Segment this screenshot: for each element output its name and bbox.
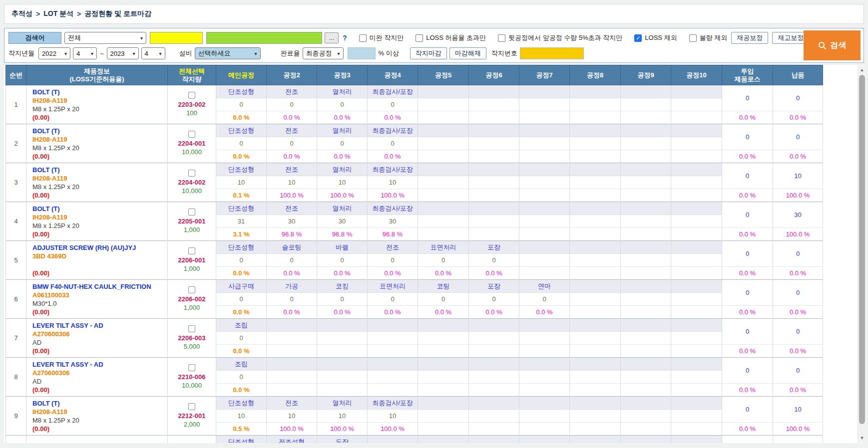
product-info-cell: BOLT (T)IH208-A119M8 x 1.25P x 20(0.00) [26,163,168,202]
process-qty-cell [671,293,722,306]
row-select-checkbox[interactable] [188,209,195,216]
process-qty-cell [418,332,469,345]
product-name[interactable]: LEVER TILT ASSY - AD [32,321,164,330]
process-qty-cell: 30 [368,215,418,228]
help-icon[interactable]: ? [343,34,347,42]
workorder-unclose-button[interactable]: 마감해제 [449,47,486,59]
delivery-pct: 0.0 % [773,306,823,319]
filter-checkbox-item-2[interactable]: 뒷공정에서 앞공정 수량 5%초과 작지만 [498,33,622,42]
process-pct-cell [570,228,621,241]
row-select-checkbox[interactable] [188,325,195,332]
process-qty-cell [267,332,317,345]
row-select-checkbox[interactable] [188,403,195,410]
year-to-select[interactable]: 2023▾ [107,47,139,59]
row-select-checkbox[interactable] [188,286,195,293]
product-loss-allowance: (0.00) [32,425,164,433]
month-from-select[interactable]: 4▾ [73,47,97,59]
process-pct-cell [621,189,671,202]
search-type-select[interactable]: 전체 ▾ [64,32,146,44]
product-info-cell: BOLT (T)IH208-A119M8 x 1.25P x 20(0.00) [26,124,168,163]
select-lot-cell: 2206-0021,000 [168,280,216,319]
wip-adjust-button[interactable]: 재공보정 [731,32,768,44]
process-name-cell [671,241,722,254]
process-name-cell [570,280,621,293]
row-select-checkbox[interactable] [188,92,195,99]
process-pct-cell [317,384,368,397]
process-name-cell: 열처리 [317,124,368,137]
header-process-9: 공정9 [621,65,671,85]
process-pct-cell [469,345,519,358]
workorder-lot-no: 2205-001 [168,217,216,225]
process-name-cell: 포장 [469,280,519,293]
workorder-qty: 1,000 [168,225,216,234]
search-input-code[interactable] [150,32,203,44]
process-qty-cell: 0 [368,98,418,111]
checkbox-unchecked-icon[interactable] [359,34,367,42]
checkbox-unchecked-icon[interactable] [498,34,505,42]
process-pct-cell [621,306,671,319]
process-pct-cell: 0.0 % [216,306,267,319]
process-name-cell [519,436,570,444]
process-pct-cell [671,111,722,124]
process-pct-cell: 0.0 % [267,111,317,124]
product-name[interactable]: ADJUSTER SCREW (RH) (AU)JYJ [32,243,164,252]
product-name[interactable]: BOLT (T) [32,127,164,135]
checkbox-unchecked-icon[interactable] [689,34,697,42]
input-loss-pct: 0.0 % [722,384,773,397]
year-from-select[interactable]: 2022▾ [38,47,70,59]
process-name-cell [368,436,418,444]
equipment-select[interactable]: 선택하세요▾ [195,47,261,59]
process-name-cell [418,85,469,98]
row-select-checkbox[interactable] [188,364,195,371]
search-input-name[interactable] [206,32,322,44]
workorder-no-input[interactable] [520,47,584,59]
process-qty-cell [621,215,671,228]
workorder-close-button[interactable]: 작지마감 [410,47,447,59]
process-name-cell: 전조 [267,202,317,215]
process-pct-cell: 100.0 % [267,189,317,202]
row-select-checkbox[interactable] [188,247,195,254]
product-name[interactable]: BOLT (T) [32,205,164,213]
filter-checkbox-label: 미완 작지만 [370,33,404,42]
search-button[interactable]: 검색 [804,30,861,60]
breadcrumb-item[interactable]: LOT 분석 [43,9,73,18]
process-qty-cell [621,137,671,150]
completion-process-select[interactable]: 최종공정▾ [303,47,344,59]
vertical-scrollbar[interactable]: ▲ ▼ [858,65,866,443]
more-button[interactable]: ... [325,32,339,43]
scroll-up-icon[interactable]: ▲ [858,66,866,74]
process-qty-cell [570,215,621,228]
process-pct-cell [418,111,469,124]
checkbox-unchecked-icon[interactable] [416,34,423,42]
checkbox-checked-icon[interactable]: ✓ [634,34,642,42]
breadcrumb-item[interactable]: 추적성 [11,9,32,18]
process-qty-cell [671,254,722,267]
process-qty-cell [519,215,570,228]
filter-checkbox-item-0[interactable]: 미완 작지만 [359,33,404,42]
filter-checkbox-item-1[interactable]: LOSS 허용율 초과만 [416,33,486,42]
header-select-all-qty: 전체선택작지량 [168,65,216,85]
filter-checkbox-item-4[interactable]: 불량 제외 [689,33,728,42]
completion-percent-input[interactable] [348,47,376,59]
row-select-checkbox[interactable] [188,170,195,177]
delivery-value: 30 [773,202,823,228]
scroll-down-icon[interactable]: ▼ [858,434,866,442]
product-name[interactable]: BOLT (T) [32,166,164,174]
process-qty-cell [519,176,570,189]
product-name[interactable]: BMW F40-NUT-HEX CAULK_FRICTION [32,282,164,291]
process-name-cell [671,319,722,332]
product-spec: M8 x 1.25P x 20 [32,105,164,113]
process-pct-cell: 0.0 % [368,306,418,319]
process-name-cell: 단조성형 [216,436,267,444]
product-name[interactable]: BOLT (T) [32,88,164,96]
input-loss-value [722,436,773,444]
workorder-lot-no: 2204-001 [168,139,216,148]
filter-checkbox-item-3[interactable]: ✓LOSS 제외 [634,33,677,42]
row-select-checkbox[interactable] [188,131,195,138]
input-loss-value: 0 [722,85,773,111]
month-to-select[interactable]: 4▾ [141,47,165,59]
process-pct-cell [469,189,519,202]
scrollbar-thumb[interactable] [859,75,865,424]
product-name[interactable]: BOLT (T) [32,399,164,408]
product-name[interactable]: LEVER TILT ASSY - AD [32,360,164,369]
